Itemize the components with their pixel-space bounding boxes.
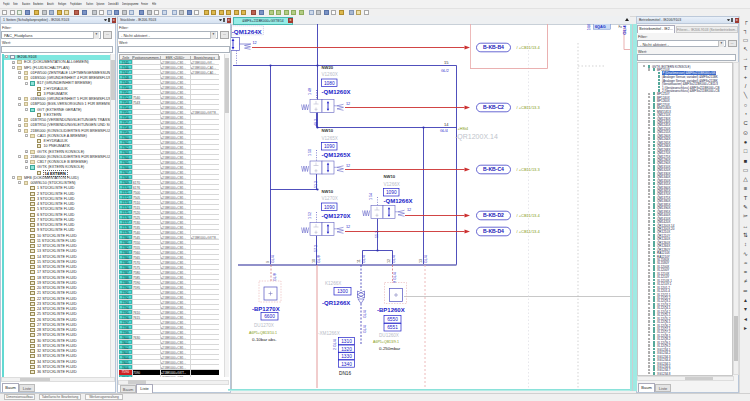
svg-text:6551: 6551	[387, 325, 398, 330]
svg-text:0-10bar abs.: 0-10bar abs.	[252, 337, 277, 342]
svg-text:+HSt4: +HSt4	[458, 127, 469, 131]
svg-text:GL/4: GL/4	[440, 129, 448, 133]
svg-text:8 GL/4: 8 GL/4	[393, 272, 397, 283]
svg-text:51 2: 51 2	[314, 181, 318, 188]
svg-text:GL/4: GL/4	[424, 255, 428, 263]
svg-text:/ +CB11/13.4: / +CB11/13.4	[517, 229, 541, 234]
svg-text:6550: 6550	[387, 317, 398, 322]
svg-text:GL/4: GL/4	[363, 310, 367, 318]
svg-text:GL/8: GL/8	[317, 255, 321, 263]
svg-text:12: 12	[253, 41, 257, 45]
svg-text:1300: 1300	[337, 289, 348, 294]
svg-text:-QM1260X: -QM1260X	[322, 89, 351, 95]
svg-text:55 2: 55 2	[375, 231, 379, 238]
svg-text:/ +CB11/13.3: / +CB11/13.3	[517, 105, 541, 110]
svg-text:B-KB-D2: B-KB-D2	[483, 212, 504, 218]
svg-text:13: 13	[419, 259, 423, 263]
svg-text:-BP1260X: -BP1260X	[377, 307, 405, 313]
svg-text:12: 12	[387, 259, 391, 263]
svg-text:1080: 1080	[324, 81, 335, 86]
svg-text:57 2: 57 2	[314, 245, 318, 252]
svg-text:10: 10	[312, 259, 316, 263]
svg-text:2 GL/4: 2 GL/4	[333, 339, 337, 350]
svg-text:A6P5+QB13/10.1: A6P5+QB13/10.1	[249, 331, 277, 335]
svg-text:GL/4: GL/4	[392, 255, 396, 263]
svg-text:NW10: NW10	[322, 189, 334, 194]
svg-text:12: 12	[407, 208, 411, 212]
svg-text:12: 12	[346, 164, 350, 168]
svg-text:1 50: 1 50	[308, 149, 312, 156]
svg-text:V1266X: V1266X	[384, 182, 400, 187]
svg-text:1090: 1090	[324, 205, 335, 210]
svg-text:DU1260X: DU1260X	[379, 333, 399, 338]
svg-text:B-KB-D4: B-KB-D4	[483, 228, 504, 234]
svg-text:1320: 1320	[341, 347, 352, 352]
svg-text:B-KB-B4: B-KB-B4	[483, 44, 504, 50]
svg-text:B-KB-C2: B-KB-C2	[483, 104, 504, 110]
svg-text:B-KB-C4: B-KB-C4	[483, 166, 504, 172]
svg-text:1310: 1310	[341, 339, 352, 344]
svg-text:1340: 1340	[341, 362, 352, 367]
svg-text:NW10: NW10	[322, 128, 334, 133]
svg-text:-QM1264X: -QM1264X	[232, 28, 263, 35]
svg-text:9: 9	[266, 261, 270, 263]
svg-text:GL/4: GL/4	[623, 25, 628, 35]
svg-text:-QR1266X: -QR1266X	[322, 300, 350, 306]
svg-text:11: 11	[357, 259, 361, 263]
svg-text:12: 12	[346, 102, 350, 106]
svg-text:NW10: NW10	[384, 174, 396, 179]
svg-text:6600: 6600	[264, 314, 275, 319]
svg-text:GL/4: GL/4	[362, 255, 366, 263]
svg-text:/ +CB11/13.4: / +CB11/13.4	[517, 213, 541, 218]
svg-text:1330: 1330	[341, 354, 352, 359]
svg-text:A6P5+QB13/9.1: A6P5+QB13/9.1	[373, 340, 399, 344]
svg-text:12: 12	[346, 225, 350, 229]
svg-text:NW20: NW20	[322, 65, 334, 70]
svg-text:1 54: 1 54	[369, 193, 373, 200]
svg-text:6QAG: 6QAG	[595, 25, 606, 29]
svg-text:-QM1266X: -QM1266X	[384, 198, 413, 204]
svg-text:V1265X: V1265X	[322, 136, 338, 141]
svg-text:GL/4: GL/4	[271, 255, 275, 263]
svg-text:/ +CB11/13.3: / +CB11/13.3	[517, 167, 541, 172]
svg-text:15: 15	[444, 60, 449, 65]
svg-text:25: 25	[587, 27, 591, 31]
svg-text:GL/8: GL/8	[273, 273, 277, 281]
svg-text:-QM1270X: -QM1270X	[322, 213, 351, 219]
svg-text:V1270X: V1270X	[322, 196, 338, 201]
svg-text:GL/2: GL/2	[441, 69, 449, 73]
svg-text:GL/4: GL/4	[363, 325, 367, 333]
svg-text:1 52: 1 52	[308, 212, 312, 219]
svg-text:-QR1200X.14: -QR1200X.14	[455, 133, 498, 141]
svg-text:1090: 1090	[324, 144, 335, 149]
svg-text:1090: 1090	[386, 190, 397, 195]
svg-text:0-250mbar: 0-250mbar	[379, 346, 401, 351]
svg-text:14: 14	[444, 122, 449, 127]
svg-text:-XM1266X: -XM1266X	[318, 331, 340, 336]
svg-text:-BP1270X: -BP1270X	[252, 306, 280, 312]
svg-text:1 48: 1 48	[308, 88, 312, 95]
svg-text:/ +CB11/13.4: / +CB11/13.4	[517, 45, 541, 50]
svg-text:49 2: 49 2	[314, 119, 318, 126]
svg-text:-QM1265X: -QM1265X	[322, 152, 351, 158]
svg-text:K1266X: K1266X	[325, 281, 341, 286]
svg-text:V1260X: V1260X	[322, 72, 338, 77]
svg-text:DN16: DN16	[339, 371, 351, 376]
svg-text:DU1270X: DU1270X	[254, 323, 274, 328]
